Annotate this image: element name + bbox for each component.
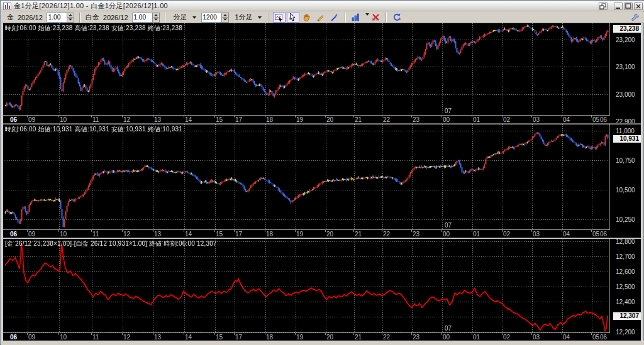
time-tick [591, 333, 592, 335]
time-tick [234, 333, 235, 335]
time-tick-label: 20 [326, 334, 333, 341]
bar-style-dropdown[interactable] [363, 12, 369, 23]
time-tick [295, 230, 296, 232]
price-tick-label: 11,000 [616, 128, 635, 134]
time-tick-label: 14 [185, 116, 192, 123]
hand-icon [302, 13, 311, 22]
window-bottom-edge[interactable] [1, 341, 644, 345]
pointer-tool-button[interactable] [287, 12, 299, 23]
price-tick-label: 10,750 [616, 157, 635, 164]
gold-1min-last-price-box: 23,238 [613, 25, 641, 33]
time-tick-label: 22 [383, 231, 390, 238]
time-tick-label: 03 [533, 116, 540, 123]
close-icon [635, 3, 641, 9]
price-tick-label: 23,200 [616, 36, 635, 43]
time-tick [531, 116, 532, 118]
time-tick-label: 04 [563, 334, 570, 341]
pan-tool-button[interactable] [301, 12, 313, 23]
time-tick-label: 11 [92, 116, 99, 123]
brush-tool-button[interactable] [328, 12, 341, 23]
time-tick-label: 23 [413, 334, 419, 341]
time-tick [58, 116, 59, 118]
time-tick-label: 17 [235, 334, 242, 341]
spread-gold-platinum-chart-canvas[interactable] [4, 239, 609, 332]
time-tick [325, 230, 326, 232]
time-tick-label: 23 [413, 116, 419, 123]
time-tick-label: 21 [355, 116, 362, 123]
price-tick-label: 23,000 [616, 91, 635, 98]
gold-1min-time-axis: 0609101112131415171819202122230001020304… [3, 115, 610, 123]
time-tick [502, 333, 502, 335]
time-tick-label: 12 [123, 231, 130, 238]
gold-1min-chart-canvas[interactable] [4, 23, 609, 115]
time-tick-label: 10 [60, 334, 67, 341]
spin-up-button[interactable] [221, 13, 229, 18]
spin-down-button[interactable] [221, 17, 229, 23]
spin-up-button[interactable] [67, 13, 74, 18]
delete-chart-icon [370, 13, 380, 22]
time-tick-label: 22 [383, 116, 390, 123]
time-tick [234, 116, 235, 118]
time-tick [502, 116, 502, 118]
time-tick [91, 116, 92, 118]
time-tick [325, 333, 326, 335]
delete-chart-button[interactable] [369, 12, 382, 23]
time-tick-label: 04 [563, 116, 570, 123]
time-tick [562, 116, 562, 118]
time-tick [591, 116, 592, 118]
spin-down-button[interactable] [67, 17, 74, 23]
bar-style-button[interactable] [350, 12, 362, 23]
time-tick-label: 02 [503, 116, 510, 123]
instrument2-contract: 2026/12 [103, 14, 128, 21]
time-tick-label: 14 [185, 334, 192, 341]
date-change-label: 07 [445, 107, 452, 114]
platinum-1min-time-axis: 0609101112131415171819202122230001020304… [3, 229, 610, 238]
restore-window-button[interactable] [599, 3, 608, 10]
brush-icon [330, 13, 339, 22]
time-tick [441, 116, 442, 118]
pencil-icon [316, 13, 325, 22]
crosshair-mode-button[interactable] [273, 12, 286, 23]
spin-up-button[interactable] [152, 13, 160, 18]
title-bar[interactable]: 金1分足[2026/12]1.00 - 白金1分足[2026/12]1.00 [1, 1, 644, 11]
toolbar-separator [345, 13, 346, 23]
time-tick [184, 333, 184, 335]
time-tick-label: 03 [533, 231, 540, 238]
minimize-button[interactable] [614, 3, 623, 10]
pencil-tool-button[interactable] [314, 12, 327, 23]
time-tick-label: 00 [443, 334, 450, 341]
time-tick-label: 19 [296, 334, 303, 341]
time-tick-label: 19 [296, 231, 303, 238]
time-tick [214, 230, 215, 232]
time-tick [184, 116, 184, 118]
maximize-button[interactable] [624, 3, 633, 10]
wrench-icon[interactable] [630, 13, 640, 23]
time-tick [27, 230, 28, 232]
bar-count-input[interactable] [201, 13, 221, 23]
time-tick-label: 15 [216, 334, 223, 341]
price-tick-label: 12,800 [616, 239, 635, 245]
time-tick [382, 333, 382, 335]
refresh-button[interactable] [391, 12, 403, 23]
instrument2-multiplier-input[interactable] [132, 13, 152, 23]
time-tick [441, 230, 442, 232]
close-button[interactable] [634, 3, 643, 10]
toolbar: 金 2026/12 白金 2026/12 分足 [1, 12, 644, 23]
platinum-1min-chart-canvas[interactable] [4, 124, 609, 229]
time-tick-label: 06 [10, 116, 17, 123]
time-tick [295, 333, 296, 335]
time-tick-label: 01 [473, 334, 480, 341]
time-tick-label: 05 [592, 231, 599, 238]
time-tick-label: 15 [216, 116, 223, 123]
time-tick-label: 06 [600, 116, 607, 123]
time-tick [214, 116, 215, 118]
spin-down-button[interactable] [152, 17, 160, 23]
time-tick [153, 333, 153, 335]
period-type-select[interactable]: 分足 [170, 11, 198, 23]
spread-gold-platinum-last-price-box: 12,307 [613, 312, 641, 320]
time-tick [58, 230, 59, 232]
interval-select[interactable]: 1分足 [232, 11, 264, 23]
time-tick-label: 17 [235, 231, 242, 238]
instrument1-multiplier-input[interactable] [47, 13, 67, 23]
time-tick-label: 02 [503, 334, 510, 341]
